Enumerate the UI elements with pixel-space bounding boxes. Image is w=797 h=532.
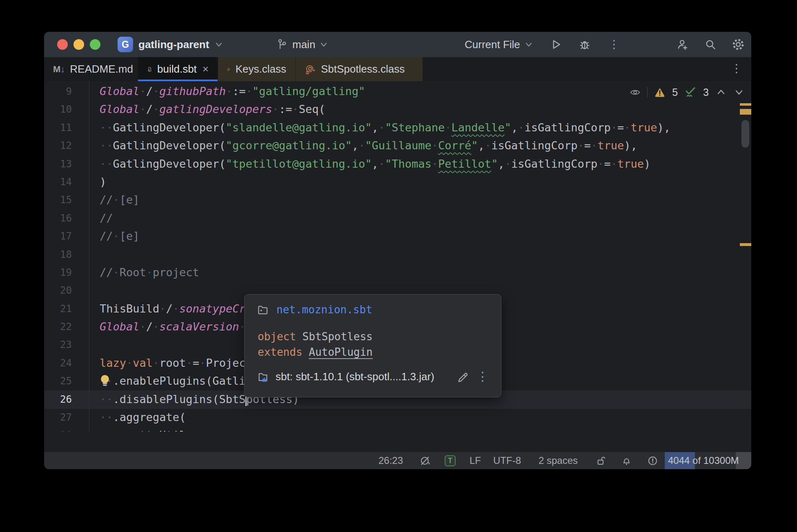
highlighting-off-icon[interactable] (420, 455, 431, 466)
settings-button[interactable] (731, 37, 746, 52)
pencil-icon (456, 371, 469, 384)
superclass-link[interactable]: AutoPlugin (309, 346, 373, 358)
tab-readme-md[interactable]: M↓ README.md (44, 57, 138, 81)
tab-keys-class[interactable]: Keys.class (218, 57, 295, 81)
gutter[interactable]: 910111213141516171819202122232425262728 (44, 82, 72, 432)
error-stripe-mark[interactable] (740, 109, 751, 115)
line-number[interactable]: 22 (44, 318, 72, 336)
code-line[interactable]: ··GatlingDeveloper("tpetillot@gatling.io… (100, 155, 670, 173)
error-stripe-mark[interactable] (740, 103, 751, 106)
chevron-down-icon (319, 40, 328, 49)
search-icon (704, 38, 717, 51)
code-line[interactable]: ····nettyUtil (100, 426, 670, 432)
tab-build-sbt[interactable]: build.sbt × (138, 57, 218, 81)
code-line[interactable] (100, 246, 670, 264)
notifications-bell-icon[interactable] (621, 455, 632, 466)
intention-bulb-icon[interactable] (98, 373, 112, 387)
code-line[interactable]: ) (100, 173, 670, 191)
line-number[interactable]: 24 (44, 354, 72, 372)
line-number[interactable]: 17 (44, 227, 72, 245)
scrollbar-thumb[interactable] (741, 120, 749, 148)
declaration: object SbtSpotless extends AutoPlugin (258, 329, 373, 360)
code-line[interactable]: Global·/·githubPath·:=·"gatling/gatling" (100, 82, 670, 100)
close-window-button[interactable] (57, 39, 68, 50)
titlebar: G gatling-parent main Current File (44, 32, 751, 58)
popup-more-button[interactable]: ⋮ (476, 370, 489, 383)
chevron-down-icon[interactable] (733, 86, 745, 98)
code-with-me-button[interactable] (675, 37, 690, 52)
memory-indicator[interactable]: 4044 of 10300M (668, 452, 739, 469)
indent-style[interactable]: 2 spaces (539, 452, 578, 469)
markdown-icon: M↓ (53, 64, 65, 75)
project-selector[interactable]: G gatling-parent (118, 35, 223, 53)
bug-icon (579, 38, 591, 51)
line-number[interactable]: 11 (44, 119, 72, 137)
code-line[interactable]: ··GatlingDeveloper("slandelle@gatling.io… (100, 119, 670, 137)
line-number[interactable]: 26 (44, 390, 72, 408)
line-number[interactable]: 27 (44, 408, 72, 426)
chevron-up-icon[interactable] (715, 86, 727, 98)
line-number[interactable]: 20 (44, 282, 72, 299)
editor-tabbar: M↓ README.md build.sbt × Keys.class (44, 57, 751, 81)
chevron-down-icon (214, 40, 223, 49)
keyword: extends (258, 346, 303, 358)
run-config-selector[interactable]: Current File (465, 35, 533, 53)
inspections-widget[interactable]: 5 3 (630, 86, 745, 98)
line-number[interactable]: 23 (44, 336, 72, 354)
line-number[interactable]: 21 (44, 300, 72, 318)
line-number[interactable]: 14 (44, 173, 72, 191)
more-actions-button[interactable]: ⋮ (607, 37, 621, 52)
gear-icon (732, 38, 745, 51)
line-number[interactable]: 13 (44, 155, 72, 173)
edit-source-button[interactable] (456, 371, 469, 384)
run-icon (550, 38, 562, 51)
tab-sbtspotless-class[interactable]: SbtSpotless.class (295, 57, 423, 81)
minimize-window-button[interactable] (73, 39, 84, 50)
eye-icon[interactable] (630, 87, 641, 98)
line-number[interactable]: 9 (44, 82, 72, 100)
problems-icon[interactable] (647, 455, 658, 466)
code-line[interactable]: //·Root·project (100, 264, 670, 282)
tab-label: README.md (70, 63, 133, 75)
run-config-name: Current File (465, 38, 520, 51)
error-stripe-mark[interactable] (740, 243, 751, 246)
line-number[interactable]: 15 (44, 191, 72, 209)
zoom-window-button[interactable] (90, 39, 100, 50)
add-user-icon (676, 38, 689, 51)
warning-count: 5 (672, 86, 678, 98)
line-number[interactable]: 18 (44, 246, 72, 264)
file-encoding[interactable]: UTF-8 (493, 452, 521, 469)
kebab-icon: ⋮ (608, 39, 620, 50)
line-separator[interactable]: LF (470, 452, 481, 469)
tab-label: build.sbt (157, 63, 197, 75)
code-line[interactable]: //·[e] (100, 191, 670, 209)
code-line[interactable]: Global·/·gatlingDevelopers·:=·Seq( (100, 100, 670, 118)
line-number[interactable]: 19 (44, 264, 72, 282)
line-number[interactable]: 12 (44, 137, 72, 155)
search-everywhere-button[interactable] (703, 37, 718, 52)
code-line[interactable]: // (100, 209, 670, 227)
code-line[interactable]: ··.aggregate( (100, 408, 670, 426)
vcs-branch-selector[interactable]: main (276, 35, 328, 53)
java-class-icon (227, 64, 231, 75)
caret-position[interactable]: 26:23 (378, 452, 403, 469)
type-aware-highlighting-badge[interactable]: T (445, 455, 456, 466)
line-number[interactable]: 25 (44, 372, 72, 390)
class-name: SbtSpotless (303, 330, 373, 343)
run-button[interactable] (549, 37, 563, 52)
keyword: object (258, 330, 296, 343)
package-name[interactable]: net.moznion.sbt (276, 304, 372, 316)
tab-options-button[interactable]: ⋮ (731, 63, 742, 74)
code-line[interactable]: ··GatlingDeveloper("gcorre@gatling.io",·… (100, 137, 670, 155)
gutter-divider (89, 81, 89, 432)
tab-label: SbtSpotless.class (321, 63, 405, 75)
debug-button[interactable] (577, 37, 592, 52)
unlocked-icon[interactable] (596, 455, 607, 466)
close-tab-icon[interactable]: × (203, 63, 209, 75)
warning-icon (654, 86, 666, 98)
line-number[interactable]: 16 (44, 209, 72, 227)
line-number[interactable]: 10 (44, 100, 72, 118)
code-line[interactable]: //·[e] (100, 227, 670, 245)
quick-doc-popup[interactable]: net.moznion.sbt object SbtSpotless exten… (244, 294, 501, 397)
line-number[interactable]: 28 (44, 426, 72, 432)
